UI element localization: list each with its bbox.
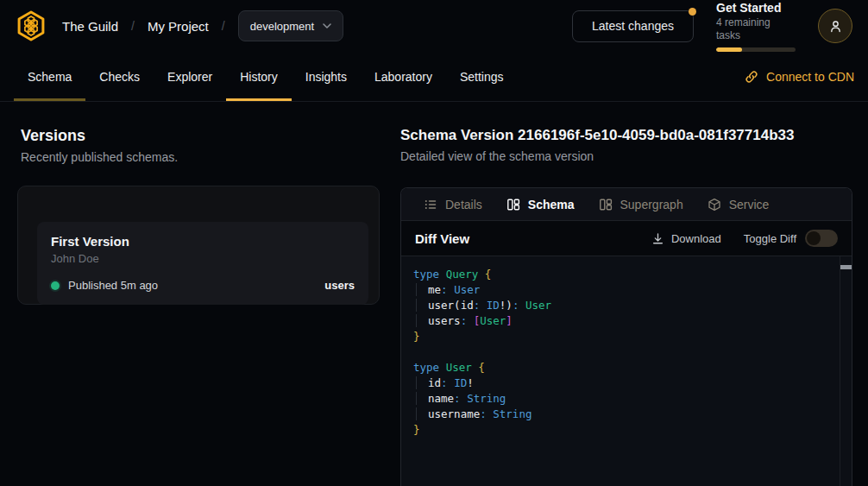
download-label: Download	[671, 232, 721, 245]
org-breadcrumb[interactable]: The Guild	[62, 19, 118, 34]
schema-version-subtitle: Detailed view of the schema version	[400, 149, 852, 164]
version-tab-schema[interactable]: Schema	[494, 188, 587, 220]
diff-view-title: Diff View	[415, 231, 469, 246]
target-select-dropdown[interactable]: development	[238, 10, 343, 41]
breadcrumb-separator: /	[222, 19, 225, 33]
schema-version-box: DetailsSchemaSupergraphService Diff View…	[400, 187, 852, 486]
get-started-progress-track	[716, 47, 796, 52]
columns-icon	[506, 198, 520, 211]
nav-tab-explorer[interactable]: Explorer	[154, 52, 226, 101]
columns-icon	[599, 198, 613, 211]
nav-tab-checks[interactable]: Checks	[85, 52, 154, 101]
versions-card: First Version John Doe Published 5m ago …	[17, 186, 380, 305]
version-status-text: Published 5m ago	[68, 279, 158, 292]
nav-tab-laboratory[interactable]: Laboratory	[361, 52, 446, 101]
header-right-cluster: Latest changes Get Started 4 remaining t…	[572, 1, 852, 52]
version-tab-label: Service	[729, 198, 770, 211]
schema-sdl-code: type Query {me: Useruser(id: ID!): Useru…	[401, 256, 852, 448]
version-name: First Version	[51, 233, 355, 249]
version-service-badge: users	[324, 279, 355, 292]
schema-version-tabs: DetailsSchemaSupergraphService	[401, 188, 852, 220]
versions-subtitle: Recently published schemas.	[17, 150, 380, 165]
version-tab-label: Schema	[528, 198, 575, 211]
schema-version-title: Schema Version 2166196f-5e10-4059-bd0a-0…	[400, 126, 852, 144]
primary-nav-tabs: SchemaChecksExplorerHistoryInsightsLabor…	[14, 52, 518, 101]
versions-title: Versions	[17, 126, 380, 145]
cube-icon	[708, 198, 721, 211]
version-tab-supergraph[interactable]: Supergraph	[587, 188, 695, 220]
published-status-dot	[51, 281, 60, 290]
list-icon	[424, 198, 437, 211]
schema-version-panel: Schema Version 2166196f-5e10-4059-bd0a-0…	[400, 126, 852, 486]
schema-code-viewer[interactable]: type Query {me: Useruser(id: ID!): Useru…	[401, 256, 852, 486]
diff-actions: Download Toggle Diff	[651, 230, 838, 247]
get-started-widget[interactable]: Get Started 4 remaining tasks	[716, 1, 796, 52]
versions-panel: Versions Recently published schemas. Fir…	[17, 126, 380, 486]
target-select-value: development	[250, 20, 314, 33]
toggle-knob	[807, 231, 821, 245]
code-scrollbar[interactable]	[840, 256, 852, 486]
nav-tab-insights[interactable]: Insights	[292, 52, 361, 101]
connect-to-cdn-label: Connect to CDN	[766, 70, 854, 84]
project-breadcrumb[interactable]: My Project	[148, 19, 209, 34]
toggle-diff-control: Toggle Diff	[744, 230, 838, 247]
version-tab-service[interactable]: Service	[695, 188, 782, 220]
user-avatar[interactable]	[818, 9, 852, 43]
download-icon	[651, 232, 664, 245]
version-tab-label: Supergraph	[620, 198, 683, 211]
chevron-down-icon	[323, 23, 331, 28]
connect-to-cdn-link[interactable]: Connect to CDN	[745, 52, 854, 101]
app-header: The Guild / My Project / development Lat…	[0, 0, 868, 52]
nav-tab-history[interactable]: History	[226, 52, 292, 101]
get-started-progress-fill	[716, 47, 742, 52]
breadcrumb-separator: /	[131, 19, 135, 33]
link-icon	[745, 70, 758, 84]
main-content: Versions Recently published schemas. Fir…	[0, 102, 868, 486]
version-tab-details[interactable]: Details	[412, 188, 494, 220]
notification-dot	[689, 8, 696, 16]
toggle-diff-switch[interactable]	[805, 230, 838, 247]
primary-nav: SchemaChecksExplorerHistoryInsightsLabor…	[0, 52, 868, 102]
diff-view-toolbar: Diff View Download Toggle Diff	[401, 220, 852, 256]
nav-tab-schema[interactable]: Schema	[14, 52, 85, 101]
get-started-title: Get Started	[716, 1, 796, 16]
version-author: John Doe	[51, 252, 355, 266]
download-button[interactable]: Download	[651, 232, 721, 245]
version-status-row: Published 5m ago users	[51, 279, 355, 292]
latest-changes-button[interactable]: Latest changes	[572, 10, 694, 42]
toggle-diff-label: Toggle Diff	[744, 232, 796, 245]
latest-changes-label: Latest changes	[592, 19, 674, 33]
version-tab-label: Details	[445, 198, 482, 211]
get-started-subtitle: 4 remaining tasks	[716, 16, 796, 42]
person-icon	[828, 19, 843, 34]
nav-tab-settings[interactable]: Settings	[446, 52, 518, 101]
code-scrollbar-thumb[interactable]	[840, 265, 852, 269]
version-list-item[interactable]: First Version John Doe Published 5m ago …	[37, 222, 368, 305]
hive-logo-icon[interactable]	[14, 9, 48, 43]
